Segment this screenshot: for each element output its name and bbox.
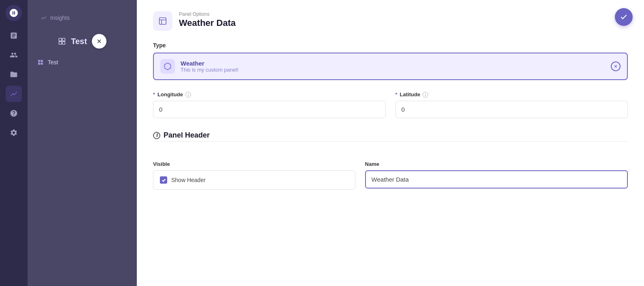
- svg-rect-7: [41, 60, 43, 62]
- panel-title: Weather Data: [179, 18, 236, 28]
- test-nav-item[interactable]: Test: [31, 56, 134, 69]
- show-header-label: Show Header: [171, 177, 206, 183]
- panel-options-label: Panel Options: [179, 11, 236, 17]
- latitude-group: *Latitude i: [395, 91, 628, 118]
- visible-group: Visible Show Header: [153, 161, 355, 190]
- svg-rect-2: [59, 42, 62, 44]
- latitude-info-icon: i: [423, 92, 428, 97]
- longitude-info-icon: i: [185, 92, 191, 97]
- panel-page-title: Test: [71, 37, 87, 46]
- type-section: Type Weather This is my custom panel!: [153, 42, 628, 91]
- latitude-label: *Latitude i: [395, 91, 628, 97]
- panel-icon: [153, 11, 172, 31]
- secondary-panel: Insights Test Test: [28, 0, 137, 286]
- longitude-group: *Longitude i: [153, 91, 386, 118]
- logo: [6, 5, 22, 21]
- name-label: Name: [365, 161, 628, 167]
- svg-rect-6: [38, 60, 40, 62]
- svg-rect-9: [41, 63, 43, 65]
- checkbox-icon: [160, 176, 167, 184]
- settings-icon[interactable]: [6, 125, 22, 141]
- type-card-info: Weather This is my custom panel!: [181, 60, 605, 73]
- visible-label: Visible: [153, 161, 355, 167]
- svg-rect-8: [38, 63, 40, 65]
- svg-rect-1: [62, 38, 65, 41]
- panel-options-header: Panel Options Weather Data: [153, 11, 628, 31]
- content-icon[interactable]: [6, 28, 22, 44]
- visible-name-row: Visible Show Header Name: [153, 161, 628, 190]
- insights-label: Insights: [34, 6, 76, 26]
- panel-header-section: ℹ Panel Header: [153, 131, 628, 151]
- name-input[interactable]: [365, 170, 628, 189]
- svg-rect-10: [159, 18, 166, 25]
- type-card: Weather This is my custom panel!: [153, 53, 628, 80]
- panel-header-title: ℹ Panel Header: [153, 131, 628, 140]
- svg-rect-0: [59, 38, 62, 41]
- panel-header-text: Panel Options Weather Data: [179, 11, 236, 28]
- type-section-label: Type: [153, 42, 628, 49]
- secondary-panel-top: Insights: [28, 0, 137, 32]
- type-card-icon: [160, 59, 175, 74]
- latitude-input[interactable]: [395, 101, 628, 118]
- close-button[interactable]: [92, 34, 106, 49]
- type-description: This is my custom panel!: [181, 67, 605, 73]
- main-content: Panel Options Weather Data Type Weather …: [137, 0, 644, 286]
- confirm-button[interactable]: [615, 8, 633, 26]
- files-icon[interactable]: [6, 66, 22, 83]
- coordinates-row: *Longitude i *Latitude i: [153, 91, 628, 118]
- type-remove-button[interactable]: [611, 61, 621, 71]
- insights-icon[interactable]: [6, 86, 22, 102]
- longitude-label: *Longitude i: [153, 91, 386, 97]
- sidebar-nav: [0, 0, 28, 286]
- name-group: Name: [365, 161, 628, 190]
- type-name: Weather: [181, 60, 605, 67]
- svg-rect-3: [62, 42, 65, 44]
- help-icon[interactable]: [6, 105, 22, 121]
- show-header-checkbox[interactable]: Show Header: [153, 170, 355, 190]
- longitude-input[interactable]: [153, 101, 386, 118]
- users-icon[interactable]: [6, 47, 22, 63]
- panel-header-info-icon: ℹ: [153, 132, 160, 139]
